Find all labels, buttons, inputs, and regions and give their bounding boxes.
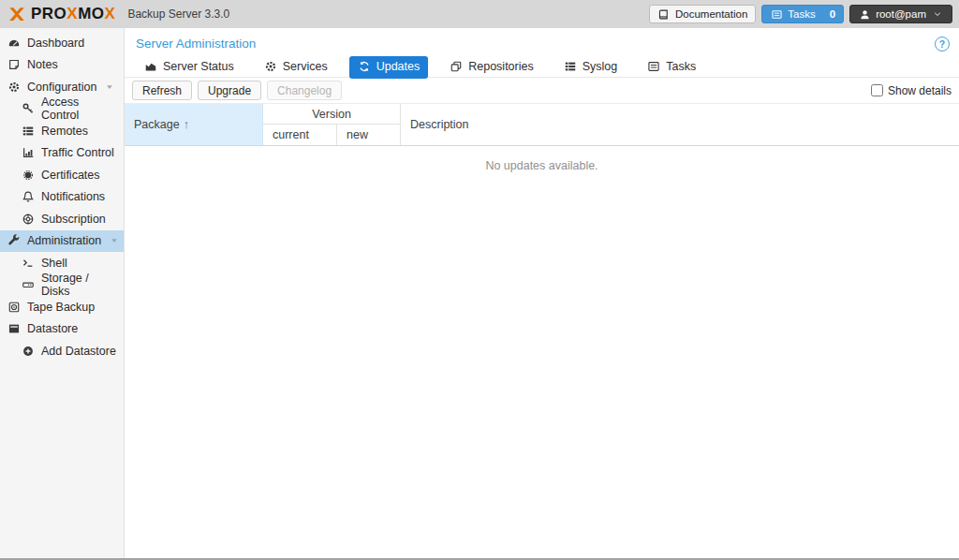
sidebar-item-certificates[interactable]: Certificates	[0, 164, 124, 186]
sidebar-item-add-datastore[interactable]: Add Datastore	[0, 340, 124, 362]
sidebar-item-label: Shell	[41, 257, 67, 270]
task-list-icon	[770, 7, 783, 21]
terminal-icon	[22, 257, 35, 270]
tasks-button[interactable]: Tasks 0	[761, 5, 844, 23]
sidebar-item-access-control[interactable]: Access Control	[0, 98, 124, 121]
changelog-button: Changelog	[267, 81, 342, 100]
server-administration-panel: Server Administration ? Server Status Se…	[125, 28, 959, 558]
sidebar-item-label: Dashboard	[27, 37, 84, 50]
gears-icon	[264, 60, 277, 73]
page-title: Server Administration	[136, 37, 256, 51]
sidebar-item-label: Datastore	[27, 322, 78, 335]
sidebar-item-tape-backup[interactable]: Tape Backup	[0, 296, 124, 318]
user-menu-button[interactable]: root@pam	[849, 5, 952, 23]
sidebar-item-traffic-control[interactable]: Traffic Control	[0, 142, 124, 165]
sidebar-item-label: Administration	[27, 234, 101, 247]
book-icon	[657, 7, 671, 21]
dashboard-icon	[7, 37, 21, 50]
description-header-label: Description	[410, 118, 469, 131]
tab-repositories[interactable]: Repositories	[441, 56, 541, 77]
sidebar-item-notifications[interactable]: Notifications	[0, 186, 124, 209]
sidebar-item-label: Subscription	[41, 213, 106, 226]
chevron-down-icon	[931, 7, 944, 21]
tab-syslog[interactable]: Syslog	[555, 56, 627, 77]
sidebar-item-configuration[interactable]: Configuration	[0, 76, 124, 98]
sidebar-item-label: Configuration	[27, 81, 96, 94]
sidebar-item-subscription[interactable]: Subscription	[0, 208, 124, 230]
list-icon	[22, 125, 35, 138]
certificate-icon	[22, 169, 35, 182]
sidebar-item-datastore[interactable]: Datastore	[0, 318, 124, 341]
logo-part: PRO	[31, 5, 66, 23]
documentation-button[interactable]: Documentation	[649, 5, 756, 23]
upgrade-button[interactable]: Upgrade	[198, 81, 261, 100]
sort-ascending-icon: ↑	[184, 118, 189, 131]
tab-label: Repositories	[468, 60, 533, 73]
tab-updates[interactable]: Updates	[349, 56, 429, 77]
logo-part: X	[105, 5, 116, 23]
column-header-description[interactable]: Description	[401, 104, 959, 145]
tasks-count-badge: 0	[830, 8, 835, 20]
refresh-button[interactable]: Refresh	[132, 81, 192, 100]
tab-label: Services	[283, 60, 328, 73]
wrench-icon	[7, 234, 21, 247]
show-details-checkbox[interactable]	[871, 84, 883, 96]
current-header-label: current	[273, 128, 309, 141]
new-header-label: new	[347, 128, 368, 141]
refresh-icon	[358, 60, 371, 73]
tab-bar: Server Status Services Updates	[125, 56, 959, 78]
updates-table-header: Package ↑ Version current new	[125, 104, 959, 146]
list-icon	[564, 60, 577, 73]
chart-icon	[22, 146, 35, 159]
tab-tasks[interactable]: Tasks	[639, 56, 704, 77]
top-bar: PROXMOX Backup Server 3.3.0 Documentatio…	[0, 0, 959, 28]
sidebar-nav: Dashboard Notes Configuration	[0, 28, 125, 558]
support-icon	[22, 213, 35, 226]
sidebar-item-label: Notes	[27, 58, 58, 71]
bell-icon	[22, 190, 35, 203]
tab-label: Tasks	[666, 60, 696, 73]
note-icon	[7, 58, 21, 71]
sidebar-item-storage-disks[interactable]: Storage / Disks	[0, 274, 124, 297]
tab-label: Syslog	[583, 60, 618, 73]
logo-part: X	[66, 5, 78, 23]
logo-part: MO	[78, 5, 104, 23]
version-header-label: Version	[312, 108, 351, 121]
version-group-header: Version	[263, 104, 400, 125]
help-icon[interactable]: ?	[935, 37, 950, 52]
sidebar-item-label: Storage / Disks	[41, 272, 120, 298]
tab-label: Server Status	[163, 60, 234, 73]
sidebar-item-dashboard[interactable]: Dashboard	[0, 32, 124, 54]
show-details-label: Show details	[888, 84, 952, 97]
show-details-toggle[interactable]: Show details	[871, 84, 952, 97]
tab-server-status[interactable]: Server Status	[136, 56, 243, 77]
column-group-version: Version current new	[263, 104, 401, 145]
updates-table-body: No updates available.	[125, 146, 959, 558]
collapse-chevron-icon[interactable]	[103, 81, 116, 94]
package-header-label: Package	[134, 118, 180, 131]
proxmox-x-logo-icon	[7, 4, 27, 24]
gears-icon	[7, 81, 21, 94]
column-header-new[interactable]: new	[337, 125, 400, 145]
documentation-label: Documentation	[675, 8, 747, 20]
proxmox-logo: PROXMOX Backup Server 3.3.0	[7, 4, 229, 24]
sidebar-item-label: Remotes	[41, 125, 88, 138]
tab-services[interactable]: Services	[256, 56, 336, 77]
sidebar-item-label: Notifications	[41, 190, 105, 203]
key-icon	[22, 102, 35, 115]
column-header-current[interactable]: current	[263, 125, 337, 145]
sidebar-item-notes[interactable]: Notes	[0, 54, 124, 77]
column-header-package[interactable]: Package ↑	[125, 104, 263, 145]
sidebar-item-shell[interactable]: Shell	[0, 252, 124, 274]
sidebar-item-administration[interactable]: Administration	[0, 230, 124, 253]
collapse-chevron-icon[interactable]	[108, 234, 121, 247]
updates-toolbar: Refresh Upgrade Changelog Show details	[125, 78, 959, 104]
sidebar-item-label: Tape Backup	[27, 301, 95, 314]
user-icon	[858, 7, 871, 21]
clone-icon	[450, 60, 463, 73]
sidebar-item-label: Add Datastore	[41, 345, 116, 358]
plus-circle-icon	[22, 345, 35, 358]
sidebar-item-label: Traffic Control	[41, 146, 114, 159]
sidebar-item-remotes[interactable]: Remotes	[0, 120, 124, 142]
tasks-icon	[647, 60, 660, 73]
